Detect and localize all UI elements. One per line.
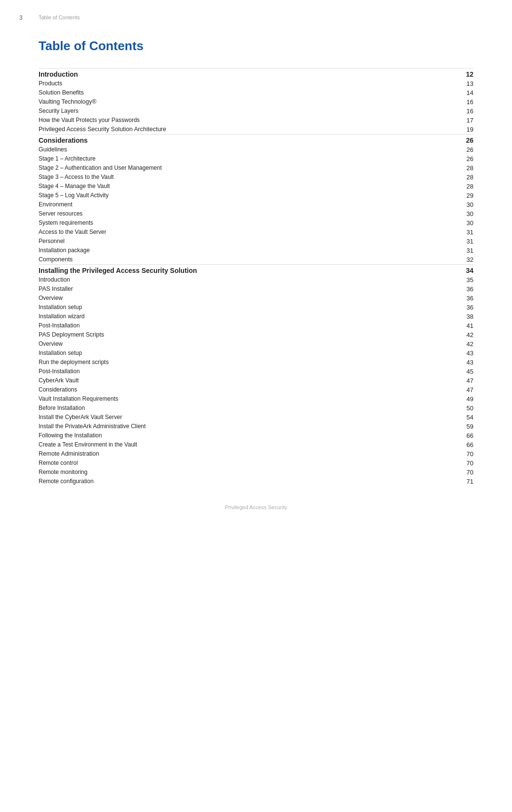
- toc-row: CyberArk Vault47: [39, 376, 473, 385]
- toc-row: How the Vault Protects your Passwords17: [39, 116, 473, 125]
- toc-row: Stage 1 – Architecture26: [39, 154, 473, 163]
- toc-row: Create a Test Environment in the Vault66: [39, 440, 473, 449]
- toc-row: Guidelines26: [39, 145, 473, 154]
- toc-row: Post-Installation41: [39, 321, 473, 330]
- toc-row: Installation setup43: [39, 349, 473, 358]
- toc-row: Install the PrivateArk Administrative Cl…: [39, 422, 473, 431]
- toc-row: Access to the Vault Server31: [39, 228, 473, 237]
- toc-row: Personnel31: [39, 237, 473, 246]
- toc-row: Introduction35: [39, 275, 473, 284]
- toc-row: Remote configuration71: [39, 477, 473, 486]
- toc-row: Remote monitoring70: [39, 468, 473, 477]
- toc-row: Solution Benefits14: [39, 88, 473, 97]
- footer-label: Privileged Access Security: [225, 504, 287, 510]
- page-title: Table of Contents: [39, 39, 473, 54]
- toc-row: Components32: [39, 255, 473, 265]
- toc-row: PAS Installer36: [39, 284, 473, 294]
- toc-row: System requirements30: [39, 218, 473, 228]
- header-label: Table of Contents: [39, 14, 80, 20]
- toc-row: Installation wizard38: [39, 312, 473, 321]
- toc-row: Overview42: [39, 339, 473, 349]
- toc-row: Installing the Privileged Access Securit…: [39, 265, 473, 276]
- toc-row: Products13: [39, 79, 473, 88]
- toc-row: Run the deployment scripts43: [39, 358, 473, 367]
- toc-row: PAS Deployment Scripts42: [39, 330, 473, 339]
- toc-row: Vault Installation Requirements49: [39, 394, 473, 404]
- toc-row: Following the Installation66: [39, 431, 473, 440]
- toc-row: Overview36: [39, 294, 473, 303]
- toc-table: Introduction12Products13Solution Benefit…: [39, 68, 473, 486]
- toc-row: Stage 3 – Access to the Vault28: [39, 173, 473, 182]
- toc-row: Installation package31: [39, 246, 473, 255]
- toc-row: Before Installation50: [39, 404, 473, 413]
- toc-row: Remote Administration70: [39, 449, 473, 459]
- toc-row: Server resources30: [39, 209, 473, 218]
- toc-row: Environment30: [39, 200, 473, 209]
- toc-row: Introduction12: [39, 68, 473, 80]
- toc-row: Considerations47: [39, 385, 473, 394]
- toc-row: Security Layers16: [39, 107, 473, 116]
- toc-row: Stage 5 – Log Vault Activity29: [39, 191, 473, 200]
- toc-row: Install the CyberArk Vault Server54: [39, 413, 473, 422]
- toc-row: Post-Installation45: [39, 367, 473, 376]
- toc-row: Stage 4 – Manage the Vault28: [39, 182, 473, 191]
- toc-row: Vaulting Technology®16: [39, 97, 473, 107]
- toc-row: Considerations26: [39, 135, 473, 146]
- toc-row: Stage 2 – Authentication and User Manage…: [39, 163, 473, 173]
- toc-row: Installation setup36: [39, 303, 473, 312]
- toc-row: Privileged Access Security Solution Arch…: [39, 125, 473, 135]
- toc-row: Remote control70: [39, 459, 473, 468]
- page-number: 3: [19, 14, 23, 21]
